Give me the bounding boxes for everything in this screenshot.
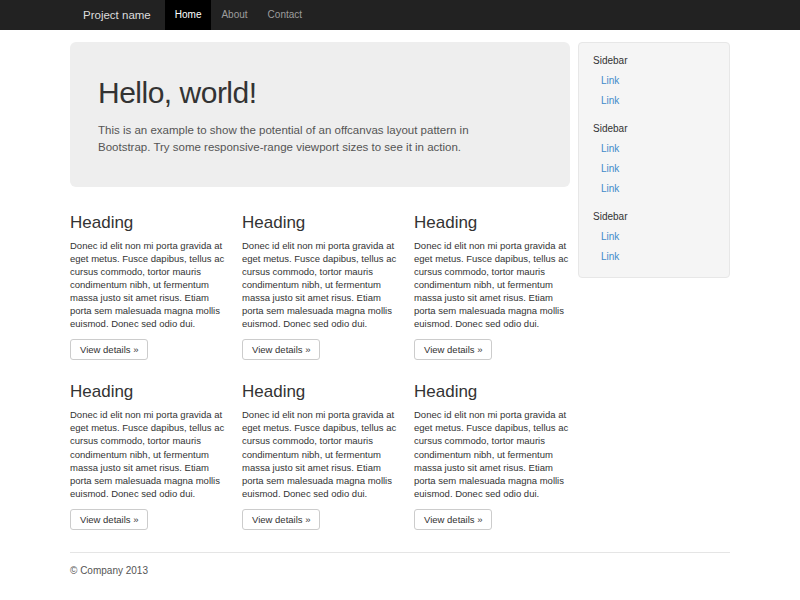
view-details-button[interactable]: View details »: [414, 509, 492, 530]
page-title: Hello, world!: [98, 76, 542, 110]
card-body-text: Donec id elit non mi porta gravida at eg…: [414, 408, 570, 500]
sidebar: Sidebar Link Link Sidebar Link Link Link…: [578, 42, 730, 278]
jumbotron-description: This is an example to show the potential…: [98, 122, 518, 157]
nav-item-about[interactable]: About: [211, 0, 257, 30]
card-body-text: Donec id elit non mi porta gravida at eg…: [242, 408, 398, 500]
navbar-inner: Project name Home About Contact: [70, 0, 730, 30]
content-card: Heading Donec id elit non mi porta gravi…: [242, 360, 398, 530]
cards-grid-row-1: Heading Donec id elit non mi porta gravi…: [70, 201, 570, 361]
card-body-text: Donec id elit non mi porta gravida at eg…: [70, 239, 226, 331]
jumbotron: Hello, world! This is an example to show…: [70, 42, 570, 187]
page-container: Hello, world! This is an example to show…: [70, 42, 730, 600]
content-row: Hello, world! This is an example to show…: [70, 42, 730, 530]
navbar: Project name Home About Contact: [0, 0, 800, 30]
main-column: Hello, world! This is an example to show…: [70, 42, 570, 530]
view-details-button[interactable]: View details »: [70, 509, 148, 530]
card-heading: Heading: [70, 213, 226, 233]
sidebar-group-title: Sidebar: [593, 207, 715, 227]
content-card: Heading Donec id elit non mi porta gravi…: [70, 201, 226, 361]
navbar-menu: Home About Contact: [165, 0, 312, 30]
sidebar-group-title: Sidebar: [593, 119, 715, 139]
view-details-button[interactable]: View details »: [242, 339, 320, 360]
sidebar-group: Sidebar Link Link: [593, 207, 715, 267]
view-details-button[interactable]: View details »: [414, 339, 492, 360]
card-heading: Heading: [414, 382, 570, 402]
card-body-text: Donec id elit non mi porta gravida at eg…: [70, 408, 226, 500]
sidebar-link[interactable]: Link: [593, 179, 715, 199]
card-body-text: Donec id elit non mi porta gravida at eg…: [242, 239, 398, 331]
copyright-text: © Company 2013: [70, 565, 730, 576]
nav-item-contact[interactable]: Contact: [258, 0, 312, 30]
view-details-button[interactable]: View details »: [242, 509, 320, 530]
content-card: Heading Donec id elit non mi porta gravi…: [70, 360, 226, 530]
cards-grid-row-2: Heading Donec id elit non mi porta gravi…: [70, 360, 570, 530]
content-card: Heading Donec id elit non mi porta gravi…: [242, 201, 398, 361]
card-body-text: Donec id elit non mi porta gravida at eg…: [414, 239, 570, 331]
sidebar-link[interactable]: Link: [593, 247, 715, 267]
sidebar-link[interactable]: Link: [593, 71, 715, 91]
nav-item-home[interactable]: Home: [165, 0, 212, 30]
sidebar-link[interactable]: Link: [593, 91, 715, 111]
content-card: Heading Donec id elit non mi porta gravi…: [414, 360, 570, 530]
card-heading: Heading: [242, 213, 398, 233]
content-card: Heading Donec id elit non mi porta gravi…: [414, 201, 570, 361]
page-footer: © Company 2013: [70, 552, 730, 600]
card-heading: Heading: [242, 382, 398, 402]
card-heading: Heading: [70, 382, 226, 402]
view-details-button[interactable]: View details »: [70, 339, 148, 360]
card-heading: Heading: [414, 213, 570, 233]
sidebar-link[interactable]: Link: [593, 159, 715, 179]
sidebar-group: Sidebar Link Link: [593, 51, 715, 111]
sidebar-group: Sidebar Link Link Link: [593, 119, 715, 199]
sidebar-link[interactable]: Link: [593, 139, 715, 159]
navbar-brand[interactable]: Project name: [70, 0, 159, 30]
sidebar-link[interactable]: Link: [593, 227, 715, 247]
sidebar-group-title: Sidebar: [593, 51, 715, 71]
